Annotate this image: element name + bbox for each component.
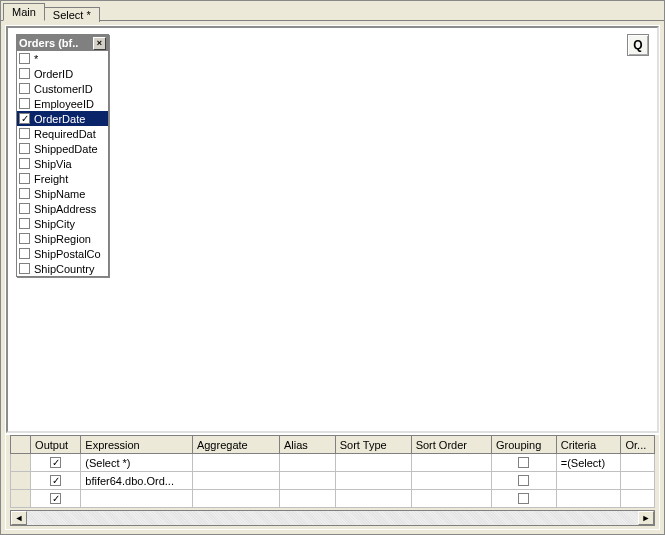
cell-output[interactable] xyxy=(31,454,81,472)
cell-sort-type[interactable] xyxy=(335,454,411,472)
cell-output[interactable] xyxy=(31,472,81,490)
field-row[interactable]: OrderID xyxy=(17,66,108,81)
cell-aggregate[interactable] xyxy=(192,472,279,490)
cell-alias[interactable] xyxy=(279,472,335,490)
col-output[interactable]: Output xyxy=(31,436,81,454)
cell-sort-type[interactable] xyxy=(335,472,411,490)
close-icon[interactable]: × xyxy=(93,37,106,50)
field-label: ShipCountry xyxy=(34,263,106,275)
field-checkbox[interactable] xyxy=(19,248,30,259)
field-row[interactable]: OrderDate xyxy=(17,111,108,126)
field-label: EmployeeID xyxy=(34,98,106,110)
grid-checkbox[interactable] xyxy=(518,475,529,486)
cell-criteria[interactable]: =(Select) xyxy=(556,454,621,472)
row-header[interactable] xyxy=(11,454,31,472)
cell-sort-type[interactable] xyxy=(335,490,411,508)
field-row[interactable]: CustomerID xyxy=(17,81,108,96)
horizontal-scrollbar[interactable]: ◄ ► xyxy=(10,510,655,526)
cell-alias[interactable] xyxy=(279,454,335,472)
field-checkbox[interactable] xyxy=(19,143,30,154)
field-row[interactable]: * xyxy=(17,51,108,66)
cell-grouping[interactable] xyxy=(492,490,557,508)
field-checkbox[interactable] xyxy=(19,128,30,139)
cell-expression[interactable] xyxy=(81,490,193,508)
cell-aggregate[interactable] xyxy=(192,490,279,508)
grid-checkbox[interactable] xyxy=(50,493,61,504)
field-row[interactable]: ShipAddress xyxy=(17,201,108,216)
query-button[interactable]: Q xyxy=(627,34,649,56)
cell-sort-order[interactable] xyxy=(411,490,491,508)
field-checkbox[interactable] xyxy=(19,158,30,169)
tab-select[interactable]: Select * xyxy=(45,7,100,22)
col-expression[interactable]: Expression xyxy=(81,436,193,454)
cell-or[interactable] xyxy=(621,472,655,490)
grid-checkbox[interactable] xyxy=(518,457,529,468)
field-row[interactable]: ShipName xyxy=(17,186,108,201)
table-row[interactable]: (Select *)=(Select) xyxy=(11,454,655,472)
field-label: Freight xyxy=(34,173,106,185)
field-checkbox[interactable] xyxy=(19,83,30,94)
field-row[interactable]: ShipCountry xyxy=(17,261,108,276)
cell-expression[interactable]: bfifer64.dbo.Ord... xyxy=(81,472,193,490)
field-row[interactable]: ShipRegion xyxy=(17,231,108,246)
field-row[interactable]: ShipPostalCo xyxy=(17,246,108,261)
cell-sort-order[interactable] xyxy=(411,454,491,472)
field-row[interactable]: ShipCity xyxy=(17,216,108,231)
table-titlebar[interactable]: Orders (bf.. × xyxy=(17,35,108,51)
scroll-left-icon[interactable]: ◄ xyxy=(11,511,27,525)
field-checkbox[interactable] xyxy=(19,53,30,64)
field-row[interactable]: ShippedDate xyxy=(17,141,108,156)
field-checkbox[interactable] xyxy=(19,98,30,109)
row-header[interactable] xyxy=(11,490,31,508)
field-checkbox[interactable] xyxy=(19,218,30,229)
row-header[interactable] xyxy=(11,472,31,490)
cell-grouping[interactable] xyxy=(492,472,557,490)
cell-output[interactable] xyxy=(31,490,81,508)
field-label: ShipAddress xyxy=(34,203,106,215)
col-sort-type[interactable]: Sort Type xyxy=(335,436,411,454)
diagram-pane[interactable]: Q Orders (bf.. × *OrderIDCustomerIDEmplo… xyxy=(6,26,659,433)
field-checkbox[interactable] xyxy=(19,68,30,79)
criteria-grid[interactable]: Output Expression Aggregate Alias Sort T… xyxy=(10,435,655,508)
table-row[interactable] xyxy=(11,490,655,508)
table-field-list: *OrderIDCustomerIDEmployeeIDOrderDateReq… xyxy=(17,51,108,276)
table-row[interactable]: bfifer64.dbo.Ord... xyxy=(11,472,655,490)
field-checkbox[interactable] xyxy=(19,173,30,184)
grid-checkbox[interactable] xyxy=(50,475,61,486)
col-aggregate[interactable]: Aggregate xyxy=(192,436,279,454)
field-label: RequiredDat xyxy=(34,128,106,140)
workspace: Q Orders (bf.. × *OrderIDCustomerIDEmplo… xyxy=(5,25,660,530)
field-checkbox[interactable] xyxy=(19,263,30,274)
field-row[interactable]: ShipVia xyxy=(17,156,108,171)
field-row[interactable]: EmployeeID xyxy=(17,96,108,111)
field-label: ShipPostalCo xyxy=(34,248,106,260)
cell-alias[interactable] xyxy=(279,490,335,508)
cell-grouping[interactable] xyxy=(492,454,557,472)
cell-criteria[interactable] xyxy=(556,472,621,490)
query-designer-window: Main Select * Q Orders (bf.. × *OrderIDC… xyxy=(0,0,665,535)
cell-expression[interactable]: (Select *) xyxy=(81,454,193,472)
field-row[interactable]: Freight xyxy=(17,171,108,186)
scroll-right-icon[interactable]: ► xyxy=(638,511,654,525)
table-window-orders[interactable]: Orders (bf.. × *OrderIDCustomerIDEmploye… xyxy=(16,34,109,277)
col-criteria[interactable]: Criteria xyxy=(556,436,621,454)
field-checkbox[interactable] xyxy=(19,113,30,124)
tab-main[interactable]: Main xyxy=(3,3,45,21)
col-sort-order[interactable]: Sort Order xyxy=(411,436,491,454)
scroll-track[interactable] xyxy=(27,511,638,525)
field-row[interactable]: RequiredDat xyxy=(17,126,108,141)
field-label: OrderID xyxy=(34,68,106,80)
field-checkbox[interactable] xyxy=(19,188,30,199)
cell-or[interactable] xyxy=(621,490,655,508)
cell-criteria[interactable] xyxy=(556,490,621,508)
cell-aggregate[interactable] xyxy=(192,454,279,472)
field-checkbox[interactable] xyxy=(19,233,30,244)
field-checkbox[interactable] xyxy=(19,203,30,214)
col-alias[interactable]: Alias xyxy=(279,436,335,454)
grid-checkbox[interactable] xyxy=(50,457,61,468)
cell-or[interactable] xyxy=(621,454,655,472)
col-or[interactable]: Or... xyxy=(621,436,655,454)
cell-sort-order[interactable] xyxy=(411,472,491,490)
grid-checkbox[interactable] xyxy=(518,493,529,504)
col-grouping[interactable]: Grouping xyxy=(492,436,557,454)
